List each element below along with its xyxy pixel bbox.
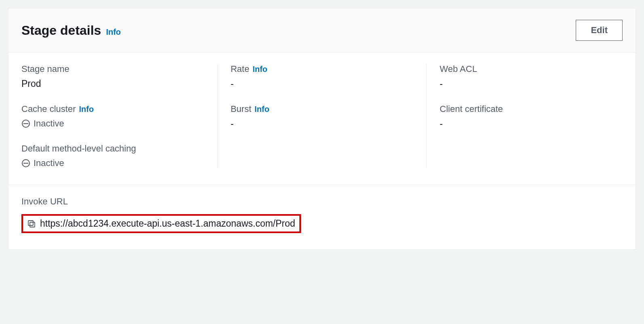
invoke-section: Invoke URL https://abcd1234.execute-api.… <box>8 185 636 249</box>
cache-cluster-label-row: Cache cluster Info <box>21 104 204 114</box>
field-cache-cluster: Cache cluster Info Inactive <box>21 104 204 129</box>
client-cert-value: - <box>440 118 623 129</box>
field-burst: Burst Info - <box>231 104 414 129</box>
info-link-rate[interactable]: Info <box>253 65 267 74</box>
info-link-header[interactable]: Info <box>106 27 121 37</box>
edit-button[interactable]: Edit <box>576 20 623 41</box>
web-acl-label: Web ACL <box>440 64 623 74</box>
field-rate: Rate Info - <box>231 64 414 89</box>
method-caching-status-row: Inactive <box>21 158 204 168</box>
invoke-url-highlight: https://abcd1234.execute-api.us-east-1.a… <box>21 214 301 233</box>
cache-cluster-status: Inactive <box>34 118 64 129</box>
rate-label-row: Rate Info <box>231 64 414 74</box>
svg-rect-4 <box>28 221 33 225</box>
cache-cluster-status-row: Inactive <box>21 118 204 129</box>
cache-cluster-label: Cache cluster <box>21 104 76 114</box>
page-title: Stage details <box>21 23 101 38</box>
rate-value: - <box>231 78 414 89</box>
invoke-url-value: https://abcd1234.execute-api.us-east-1.a… <box>40 218 295 229</box>
info-link-burst[interactable]: Info <box>255 105 269 114</box>
info-link-cache-cluster[interactable]: Info <box>79 105 94 114</box>
stage-name-value: Prod <box>21 78 204 89</box>
burst-label-row: Burst Info <box>231 104 414 114</box>
field-method-caching: Default method-level caching Inactive <box>21 143 204 168</box>
invoke-url-label: Invoke URL <box>21 196 623 207</box>
panel-title-group: Stage details Info <box>21 23 121 38</box>
field-stage-name: Stage name Prod <box>21 64 204 89</box>
inactive-icon <box>21 159 30 168</box>
method-caching-status: Inactive <box>34 158 64 168</box>
client-cert-label: Client certificate <box>440 104 623 114</box>
details-grid: Stage name Prod Cache cluster Info Inact… <box>8 53 636 185</box>
web-acl-value: - <box>440 78 623 89</box>
column-3: Web ACL - Client certificate - <box>427 64 623 168</box>
column-1: Stage name Prod Cache cluster Info Inact… <box>21 64 218 168</box>
field-web-acl: Web ACL - <box>440 64 623 89</box>
rate-label: Rate <box>231 64 249 74</box>
panel-header: Stage details Info Edit <box>8 8 636 53</box>
copy-icon[interactable] <box>27 219 36 228</box>
stage-name-label: Stage name <box>21 64 204 74</box>
inactive-icon <box>21 119 30 128</box>
field-client-cert: Client certificate - <box>440 104 623 129</box>
method-caching-label: Default method-level caching <box>21 143 204 154</box>
svg-rect-5 <box>30 222 35 227</box>
stage-details-panel: Stage details Info Edit Stage name Prod … <box>8 8 636 250</box>
column-2: Rate Info - Burst Info - <box>218 64 427 168</box>
burst-value: - <box>231 118 414 129</box>
burst-label: Burst <box>231 104 251 114</box>
